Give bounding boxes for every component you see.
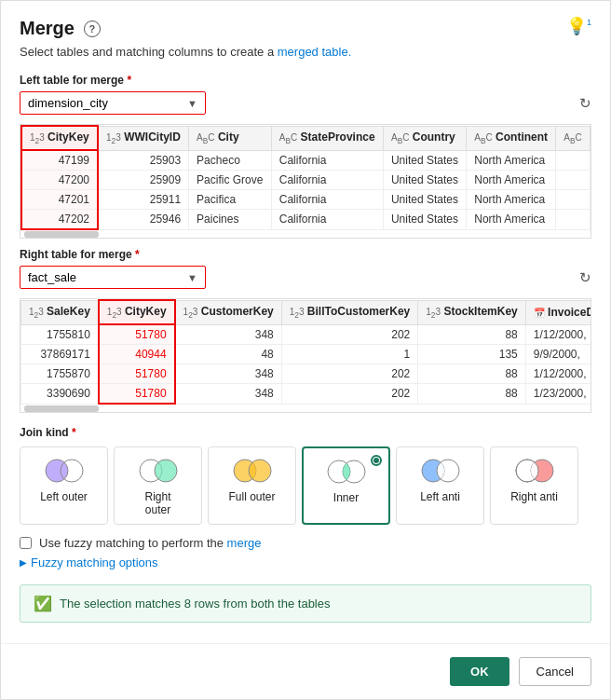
inner-radio — [371, 455, 382, 466]
join-option-right-anti[interactable]: Right anti — [490, 446, 578, 525]
left-table-dropdown[interactable]: dimension_city ▼ — [20, 91, 206, 115]
right-table-dropdown-arrow: ▼ — [187, 272, 197, 283]
left-table-label: Left table for merge * — [20, 74, 591, 87]
right-anti-label: Right anti — [510, 490, 558, 503]
svg-point-5 — [249, 460, 271, 482]
left-outer-venn — [44, 457, 85, 485]
table-row: 37869171 40944 48 1 135 9/9/2000, — [21, 345, 592, 364]
right-table-label: Right table for merge * — [20, 248, 591, 261]
full-outer-label: Full outer — [228, 490, 275, 503]
right-table: 123 SaleKey 123 CityKey 123 CustomerKey … — [20, 299, 591, 405]
left-anti-venn — [420, 457, 461, 485]
subtitle-link[interactable]: merged table. — [278, 45, 352, 59]
success-banner: ✅ The selection matches 8 rows from both… — [20, 584, 591, 623]
left-col-citykey[interactable]: 123 CityKey — [21, 126, 98, 150]
inner-venn — [326, 458, 367, 486]
right-table-dropdown-row: fact_sale ▼ ↻ — [20, 266, 591, 289]
svg-point-0 — [46, 460, 68, 482]
success-icon: ✅ — [34, 595, 52, 612]
inner-label: Inner — [333, 491, 359, 504]
right-anti-venn — [514, 457, 555, 485]
join-kind-section: Join kind * Left outer Rightouter — [1, 417, 610, 528]
join-option-inner[interactable]: Inner — [302, 446, 390, 525]
join-option-right-outer[interactable]: Rightouter — [114, 446, 202, 525]
svg-point-3 — [155, 460, 177, 482]
table-row: 1755810 51780 348 202 88 1/12/2000, — [21, 324, 592, 345]
right-col-customerkey[interactable]: 123 CustomerKey — [175, 300, 282, 324]
cancel-button[interactable]: Cancel — [519, 657, 591, 686]
table-row: 47202 25946 Paicines California United S… — [21, 210, 591, 230]
join-kind-label: Join kind * — [20, 426, 591, 439]
left-table-dropdown-arrow: ▼ — [187, 98, 197, 109]
fuzzy-checkbox-label[interactable]: Use fuzzy matching to perform the merge — [39, 536, 261, 550]
lightbulb-icon: 💡1 — [566, 16, 591, 36]
left-table-refresh-icon[interactable]: ↻ — [579, 95, 591, 112]
join-options: Left outer Rightouter Full outer — [20, 446, 591, 525]
left-col-country[interactable]: ABC Country — [383, 126, 466, 150]
left-table: 123 CityKey 123 WWICityID ABC City ABC S… — [20, 125, 591, 230]
table-row: 1755870 51780 348 202 88 1/12/2000, — [21, 364, 592, 384]
left-table-wrapper: 123 CityKey 123 WWICityID ABC City ABC S… — [20, 124, 591, 239]
right-table-refresh-icon[interactable]: ↻ — [579, 269, 591, 286]
left-table-section: Left table for merge * dimension_city ▼ … — [1, 68, 610, 118]
full-outer-venn — [232, 457, 273, 485]
chevron-right-icon: ▶ — [20, 557, 27, 568]
right-outer-venn — [138, 457, 179, 485]
dialog-title: Merge — [20, 18, 75, 39]
fuzzy-checkbox[interactable] — [20, 537, 32, 549]
left-col-city[interactable]: ABC City — [189, 126, 272, 150]
ok-button[interactable]: OK — [450, 657, 509, 686]
right-col-billtocustomerkey[interactable]: 123 BillToCustomerKey — [281, 300, 418, 324]
fuzzy-options-section: ▶ Fuzzy matching options — [1, 554, 610, 577]
join-option-left-outer[interactable]: Left outer — [20, 446, 108, 525]
right-col-stockitemkey[interactable]: 123 StockItemKey — [418, 300, 525, 324]
right-col-citykey[interactable]: 123 CityKey — [99, 300, 175, 324]
table-row: 47199 25903 Pacheco California United St… — [21, 150, 591, 171]
table-row: 3390690 51780 348 202 88 1/23/2000, — [21, 384, 592, 405]
fuzzy-options-toggle[interactable]: ▶ Fuzzy matching options — [20, 556, 591, 570]
join-option-left-anti[interactable]: Left anti — [396, 446, 484, 525]
left-anti-label: Left anti — [420, 490, 460, 503]
left-table-dropdown-row: dimension_city ▼ ↻ — [20, 91, 591, 115]
dialog-header: Merge ? 💡1 — [1, 1, 610, 45]
right-table-section: Right table for merge * fact_sale ▼ ↻ — [1, 242, 610, 293]
table-row: 47200 25909 Pacific Grove California Uni… — [21, 171, 591, 190]
left-col-more: ABC — [556, 126, 591, 150]
right-col-invoicedate[interactable]: 📅 InvoiceDate — [525, 300, 591, 324]
dialog-footer: OK Cancel — [1, 643, 610, 699]
merge-dialog: Merge ? 💡1 Select tables and matching co… — [0, 0, 611, 700]
right-outer-label: Rightouter — [144, 490, 170, 516]
fuzzy-merge-link[interactable]: merge — [227, 536, 262, 550]
left-col-continent[interactable]: ABC Continent — [467, 126, 556, 150]
right-table-dropdown[interactable]: fact_sale ▼ — [20, 266, 206, 289]
right-col-salekey[interactable]: 123 SaleKey — [21, 300, 99, 324]
table-row: 47201 25911 Pacifica California United S… — [21, 190, 591, 210]
fuzzy-section: Use fuzzy matching to perform the merge — [1, 528, 610, 554]
left-col-stateprovince[interactable]: ABC StateProvince — [271, 126, 383, 150]
right-table-wrapper: 123 SaleKey 123 CityKey 123 CustomerKey … — [20, 298, 591, 413]
join-option-full-outer[interactable]: Full outer — [208, 446, 296, 525]
left-outer-label: Left outer — [40, 490, 88, 503]
left-col-wwicityid[interactable]: 123 WWICityID — [98, 126, 189, 150]
dialog-subtitle: Select tables and matching columns to cr… — [1, 45, 610, 68]
help-icon[interactable]: ? — [84, 21, 101, 37]
